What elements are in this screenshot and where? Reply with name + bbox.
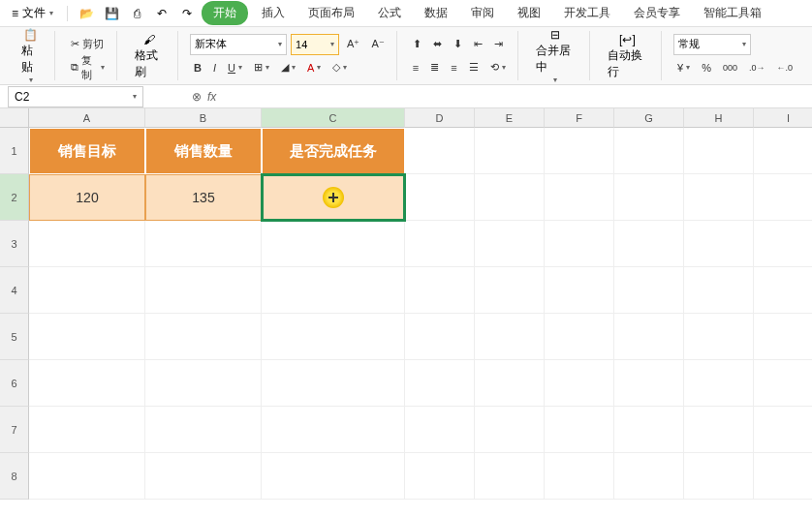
cell-c4[interactable] [262, 267, 405, 314]
font-name-select[interactable]: 新宋体 ▾ [190, 34, 287, 55]
increase-font-button[interactable]: A⁺ [343, 36, 363, 52]
cell-g1[interactable] [614, 128, 684, 174]
cell-g8[interactable] [614, 453, 684, 500]
paste-button[interactable]: 📋 粘贴 ▾ [16, 27, 47, 84]
redo-icon[interactable]: ↷ [176, 3, 198, 24]
cell-a2[interactable]: 120 [29, 174, 145, 221]
cell-e6[interactable] [475, 360, 545, 407]
cell-i2[interactable] [754, 174, 812, 221]
increase-indent-button[interactable]: ⇥ [490, 36, 507, 52]
cell-f1[interactable] [545, 128, 614, 174]
font-color-button[interactable]: A▾ [303, 60, 325, 76]
cell-d3[interactable] [405, 221, 475, 267]
cell-h5[interactable] [684, 314, 754, 360]
cell-d1[interactable] [405, 128, 475, 174]
col-header-c[interactable]: C [262, 108, 405, 128]
wrap-text-button[interactable]: [↩] 自动换行 [602, 32, 653, 80]
align-left-button[interactable]: ≡ [409, 60, 422, 76]
cell-e8[interactable] [475, 453, 545, 500]
format-painter-button[interactable]: 🖌 格式刷 [129, 32, 171, 80]
cell-b2[interactable]: 135 [145, 174, 262, 221]
save-icon[interactable]: 💾 [101, 3, 122, 24]
font-size-select[interactable]: 14 ▾ [291, 34, 339, 55]
cell-c7[interactable] [262, 407, 405, 453]
col-header-b[interactable]: B [145, 108, 262, 128]
cell-a5[interactable] [29, 314, 145, 360]
cell-g7[interactable] [614, 407, 684, 453]
col-header-f[interactable]: F [545, 108, 614, 128]
number-format-select[interactable]: 常规 ▾ [673, 34, 751, 55]
cell-a4[interactable] [29, 267, 145, 314]
cell-i3[interactable] [754, 221, 812, 267]
row-header-8[interactable]: 8 [0, 453, 29, 500]
increase-decimal-button[interactable]: .0→ [745, 61, 769, 75]
col-header-a[interactable]: A [29, 108, 145, 128]
tab-data[interactable]: 数据 [415, 1, 457, 25]
tab-member[interactable]: 会员专享 [624, 1, 690, 25]
cell-e7[interactable] [475, 407, 545, 453]
justify-button[interactable]: ☰ [465, 59, 483, 76]
cell-c1[interactable]: 是否完成任务 [262, 128, 405, 174]
italic-button[interactable]: I [209, 60, 220, 76]
col-header-h[interactable]: H [684, 108, 754, 128]
cell-e5[interactable] [475, 314, 545, 360]
cell-a1[interactable]: 销售目标 [29, 128, 145, 174]
cell-e3[interactable] [475, 221, 545, 267]
cell-b4[interactable] [145, 267, 262, 314]
cell-g3[interactable] [614, 221, 684, 267]
comma-button[interactable]: 000 [719, 61, 741, 75]
cell-d8[interactable] [405, 453, 475, 500]
tab-dev-tools[interactable]: 开发工具 [554, 1, 620, 25]
cell-b6[interactable] [145, 360, 262, 407]
tab-formula[interactable]: 公式 [368, 1, 411, 25]
align-right-button[interactable]: ≡ [447, 60, 460, 76]
row-header-1[interactable]: 1 [0, 128, 29, 174]
cell-g5[interactable] [614, 314, 684, 360]
cell-i6[interactable] [754, 360, 812, 407]
cell-c3[interactable] [262, 221, 405, 267]
col-header-e[interactable]: E [475, 108, 545, 128]
cell-f6[interactable] [545, 360, 614, 407]
open-icon[interactable]: 📂 [76, 3, 97, 24]
decrease-decimal-button[interactable]: ←.0 [773, 61, 797, 75]
tab-page-layout[interactable]: 页面布局 [298, 1, 364, 25]
spreadsheet-grid[interactable]: 1 2 3 4 5 6 7 8 A B C D E F G H I 销售目标 销… [0, 108, 812, 500]
cell-f5[interactable] [545, 314, 614, 360]
cell-b8[interactable] [145, 453, 262, 500]
align-top-button[interactable]: ⬆ [409, 36, 425, 52]
cell-i1[interactable] [754, 128, 812, 174]
cell-e1[interactable] [475, 128, 545, 174]
copy-button[interactable]: ⧉ 复制 ▾ [67, 51, 109, 84]
cell-i7[interactable] [754, 407, 812, 453]
cell-b5[interactable] [145, 314, 262, 360]
cell-a7[interactable] [29, 407, 145, 453]
cancel-formula-icon[interactable]: ⊗ [192, 90, 202, 104]
cell-f3[interactable] [545, 221, 614, 267]
row-header-4[interactable]: 4 [0, 267, 29, 314]
cell-d5[interactable] [405, 314, 475, 360]
tab-start[interactable]: 开始 [202, 1, 248, 25]
cell-b7[interactable] [145, 407, 262, 453]
row-header-5[interactable]: 5 [0, 314, 29, 360]
cell-d7[interactable] [405, 407, 475, 453]
file-menu[interactable]: ≡ 文件 ▾ [6, 3, 59, 23]
align-bottom-button[interactable]: ⬇ [450, 36, 466, 52]
cell-h6[interactable] [684, 360, 754, 407]
bold-button[interactable]: B [190, 60, 205, 76]
cell-d2[interactable] [405, 174, 475, 221]
cell-b1[interactable]: 销售数量 [145, 128, 262, 174]
cell-c5[interactable] [262, 314, 405, 360]
clear-format-button[interactable]: ◇▾ [328, 59, 351, 76]
cell-b3[interactable] [145, 221, 262, 267]
tab-smart-tools[interactable]: 智能工具箱 [694, 1, 771, 25]
formula-bar[interactable] [222, 88, 706, 106]
decrease-indent-button[interactable]: ⇤ [470, 36, 486, 52]
row-header-6[interactable]: 6 [0, 360, 29, 407]
cell-e2[interactable] [475, 174, 545, 221]
cell-a6[interactable] [29, 360, 145, 407]
cell-h7[interactable] [684, 407, 754, 453]
row-header-2[interactable]: 2 [0, 174, 29, 221]
cell-f8[interactable] [545, 453, 614, 500]
align-middle-button[interactable]: ⬌ [429, 36, 446, 52]
row-header-7[interactable]: 7 [0, 407, 29, 453]
